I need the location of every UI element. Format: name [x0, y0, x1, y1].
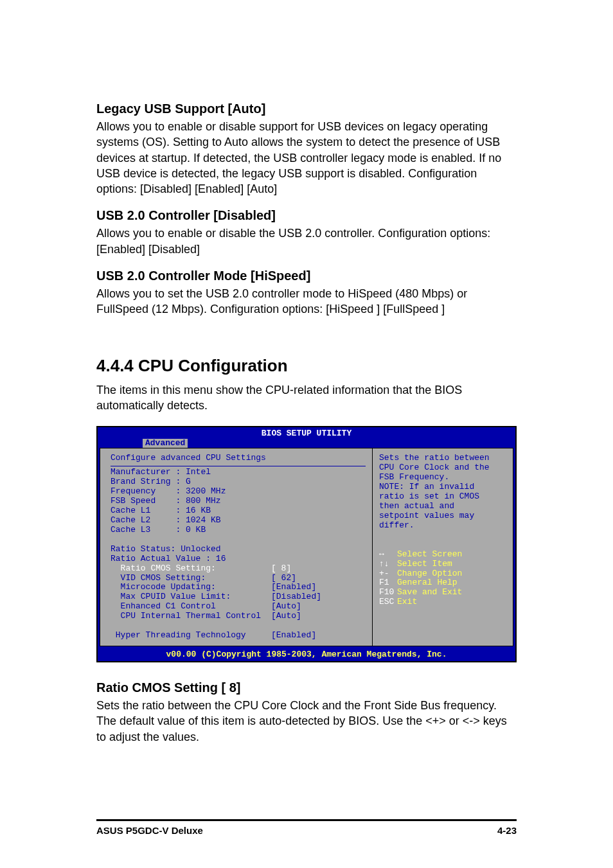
bios-cache-0: Cache L1 : 16 KB [111, 506, 211, 515]
section-cpu-config-intro: The items in this menu show the CPU-rela… [96, 382, 517, 414]
nav-key-5: ESC [379, 598, 397, 607]
usb20-controller-body: Allows you to enable or disable the USB … [96, 226, 517, 257]
bios-hyper-val[interactable]: [Enabled] [271, 630, 316, 640]
nav-lbl-3: General Help [397, 578, 458, 587]
legacy-usb-title: Legacy USB Support [Auto] [96, 102, 517, 116]
bios-right-pane: Sets the ratio between CPU Core Clock an… [373, 448, 513, 646]
bios-ratio-status: Ratio Status: Unlocked [111, 544, 221, 554]
bios-info-2: Frequency : 3200 MHz [111, 486, 226, 496]
bios-set-4-lbl[interactable]: Enhanced C1 Control [111, 602, 271, 612]
bios-copyright: v00.00 (C)Copyright 1985-2003, American … [98, 648, 515, 661]
usb20-controller-title: USB 2.0 Controller [Disabled] [96, 208, 517, 223]
footer-product: ASUS P5GDC-V Deluxe [96, 825, 203, 836]
bios-tab-advanced[interactable]: Advanced [143, 439, 188, 448]
nav-key-4: F10 [379, 588, 397, 598]
section-cpu-config-title: 4.4.4 CPU Configuration [96, 356, 517, 376]
bios-ratio-actual: Ratio Actual Value : 16 [111, 554, 226, 563]
bios-panel: BIOS SETUP UTILITY Advanced Configure ad… [96, 426, 517, 662]
page-footer: ASUS P5GDC-V Deluxe 4-23 [96, 820, 517, 836]
bios-hyper-lbl[interactable]: Hyper Threading Technology [111, 631, 271, 641]
ratio-cmos-body: Sets the ratio between the CPU Core Cloc… [96, 698, 517, 745]
nav-key-2: +- [379, 569, 397, 579]
usb20-mode-body: Allows you to set the USB 2.0 controller… [96, 286, 517, 317]
nav-lbl-4: Save and Exit [397, 587, 462, 597]
bios-cache-1: Cache L2 : 1024 KB [111, 515, 221, 525]
bios-help-text: Sets the ratio between CPU Core Clock an… [379, 453, 490, 530]
nav-lbl-1: Select Item [397, 559, 452, 569]
bios-set-3-val[interactable]: [Disabled] [271, 592, 321, 601]
nav-key-0: ↔ [379, 550, 397, 560]
bios-set-0-val[interactable]: [ 8] [271, 563, 291, 573]
bios-set-5-lbl[interactable]: CPU Internal Thermal Control [111, 612, 271, 621]
bios-set-0-lbl[interactable]: Ratio CMOS Setting: [111, 564, 271, 574]
bios-set-2-val[interactable]: [Enabled] [271, 582, 316, 592]
bios-set-5-val[interactable]: [Auto] [271, 611, 301, 621]
bios-left-pane: Configure advanced CPU Settings Manufact… [100, 448, 373, 646]
usb20-mode-title: USB 2.0 Controller Mode [HiSpeed] [96, 269, 517, 283]
nav-lbl-0: Select Screen [397, 549, 462, 559]
bios-info-1: Brand String : G [111, 477, 191, 486]
bios-title: BIOS SETUP UTILITY [98, 427, 515, 438]
nav-key-1: ↑↓ [379, 560, 397, 569]
bios-heading: Configure advanced CPU Settings [111, 453, 266, 463]
footer-page-number: 4-23 [497, 825, 517, 836]
bios-info-0: Manufacturer : Intel [111, 467, 211, 477]
nav-key-3: F1 [379, 578, 397, 588]
bios-set-2-lbl[interactable]: Microcode Updating: [111, 583, 271, 592]
bios-cache-2: Cache L3 : 0 KB [111, 525, 206, 535]
bios-set-4-val[interactable]: [Auto] [271, 601, 301, 611]
bios-set-1-val[interactable]: [ 62] [271, 573, 296, 583]
bios-info-3: FSB Speed : 800 MHz [111, 496, 221, 506]
nav-lbl-2: Change Option [397, 569, 462, 578]
legacy-usb-body: Allows you to enable or disable support … [96, 119, 517, 197]
bios-set-1-lbl[interactable]: VID CMOS Setting: [111, 574, 271, 583]
nav-lbl-5: Exit [397, 597, 417, 607]
bios-set-3-lbl[interactable]: Max CPUID Value Limit: [111, 592, 271, 602]
ratio-cmos-title: Ratio CMOS Setting [ 8] [96, 680, 517, 695]
